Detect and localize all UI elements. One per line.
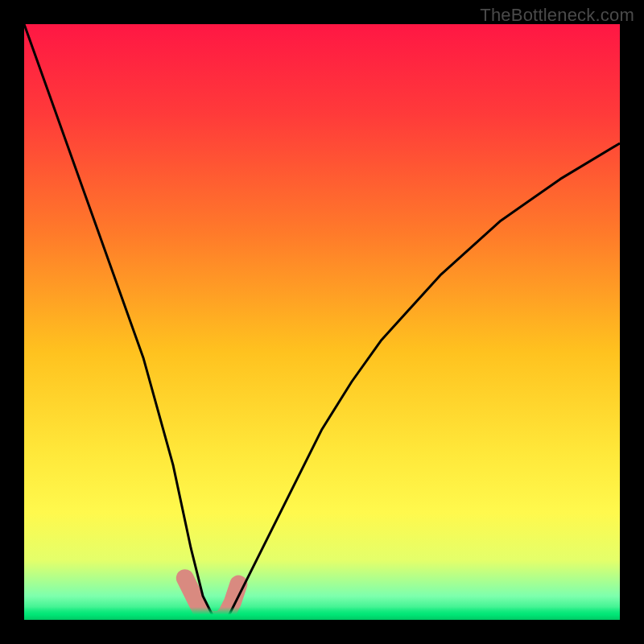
optimal-zone-strip	[24, 607, 620, 620]
chart-frame	[24, 24, 620, 620]
chart-plot	[24, 24, 620, 620]
bottleneck-curve	[24, 24, 620, 620]
watermark-text: TheBottleneck.com	[480, 5, 634, 26]
